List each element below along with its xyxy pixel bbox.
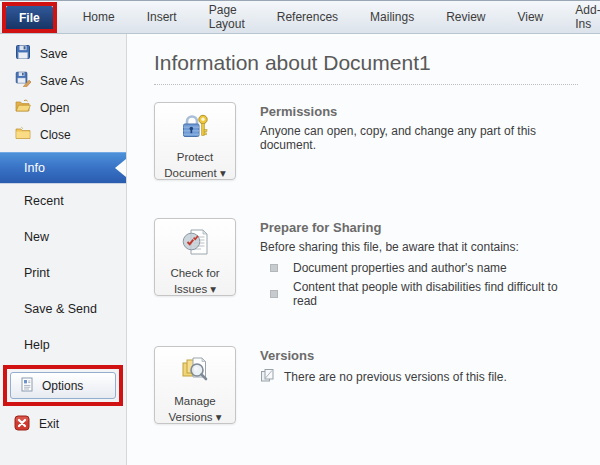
sharing-issues-list: Document properties and author's name Co… [260,261,578,308]
sidebar-item-exit[interactable]: Exit [0,411,126,437]
tab-home[interactable]: Home [67,1,131,33]
section-prepare-for-sharing: Check for Issues ▾ Prepare for Sharing B… [154,218,578,308]
tab-review[interactable]: Review [430,1,501,33]
save-icon [15,44,31,63]
backstage-sidebar: Save Save As [0,34,127,465]
open-folder-icon [15,98,31,117]
tab-file[interactable]: File [6,6,53,29]
sidebar-item-label: Close [40,128,71,142]
manage-versions-button[interactable]: Manage Versions ▾ [154,346,236,424]
versions-description: There are no previous versions of this f… [284,370,507,384]
prepare-for-sharing-description: Before sharing this file, be aware that … [260,240,578,254]
check-for-issues-button[interactable]: Check for Issues ▾ [154,218,236,296]
protect-document-icon [180,111,210,145]
red-highlight-options: Options [3,365,123,406]
sidebar-item-save-as[interactable]: Save As [0,67,126,94]
sidebar-item-save-and-send[interactable]: Save & Send [0,291,126,327]
sidebar-item-label: Info [24,161,45,175]
red-highlight-file: File [2,2,57,33]
title-divider [154,84,578,85]
sidebar-item-help[interactable]: Help [0,327,126,363]
sidebar-item-save[interactable]: Save [0,40,126,67]
sidebar-item-label: Exit [39,417,59,431]
sidebar-item-recent[interactable]: Recent [0,183,126,219]
tab-references[interactable]: References [261,1,354,33]
permissions-heading: Permissions [260,104,578,119]
options-icon [20,377,34,395]
sidebar-item-label: Save [40,47,67,61]
tab-page-layout[interactable]: Page Layout [193,1,261,33]
no-versions-icon [260,368,275,386]
permissions-description: Anyone can open, copy, and change any pa… [260,124,578,152]
page-title: Information about Document1 [154,51,578,75]
versions-heading: Versions [260,348,507,363]
list-item: Document properties and author's name [260,261,578,275]
section-versions: Manage Versions ▾ Versions There are no … [154,346,578,424]
tab-mailings[interactable]: Mailings [354,1,430,33]
sidebar-item-label: Open [40,101,69,115]
sidebar-item-close[interactable]: Close [0,121,126,148]
check-for-issues-label: Check for Issues ▾ [170,266,219,297]
bullet-square-icon [270,264,278,272]
word-backstage-window: File Home Insert Page Layout References … [0,0,600,465]
tab-view[interactable]: View [501,1,559,33]
bullet-square-icon [270,290,278,298]
ribbon-tab-bar: File Home Insert Page Layout References … [0,1,600,34]
exit-icon [14,415,30,434]
prepare-for-sharing-heading: Prepare for Sharing [260,220,578,235]
tab-file-label: File [19,11,40,25]
backstage-content: Information about Document1 [127,34,600,465]
close-folder-icon [15,125,31,144]
sidebar-item-info[interactable]: Info [0,152,126,183]
protect-document-button[interactable]: Protect Document ▾ [154,102,236,180]
section-permissions: Protect Document ▾ Permissions Anyone ca… [154,102,578,180]
save-as-icon [15,71,31,90]
versions-status-row: There are no previous versions of this f… [260,368,507,386]
sidebar-item-options[interactable]: Options [10,372,116,399]
check-for-issues-icon [180,227,210,261]
manage-versions-label: Manage Versions ▾ [168,394,221,425]
sidebar-item-open[interactable]: Open [0,94,126,121]
tab-add-ins[interactable]: Add-Ins [559,1,600,33]
manage-versions-icon [180,355,210,389]
protect-document-label: Protect Document ▾ [164,150,225,181]
sidebar-item-print[interactable]: Print [0,255,126,291]
sidebar-item-new[interactable]: New [0,219,126,255]
list-item: Content that people with disabilities fi… [260,280,578,308]
sidebar-item-label: Save As [40,74,84,88]
sidebar-item-label: Options [42,379,83,393]
tab-insert[interactable]: Insert [131,1,193,33]
